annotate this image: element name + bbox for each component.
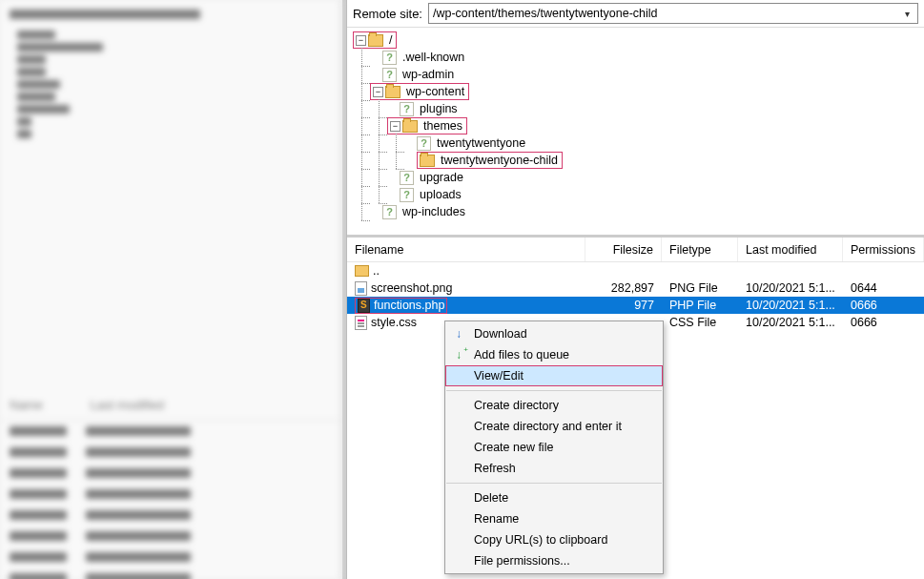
- menu-download[interactable]: Download: [445, 323, 663, 344]
- tree-toggle-wpcontent[interactable]: −: [373, 87, 383, 97]
- menu-separator: [446, 390, 662, 391]
- menu-file-permissions[interactable]: File permissions...: [445, 550, 663, 571]
- tree-item-upgrade[interactable]: ? upgrade: [353, 169, 918, 186]
- menu-create-directory[interactable]: Create directory: [445, 395, 663, 416]
- folder-unknown-icon: ?: [382, 68, 397, 82]
- tree-toggle-themes[interactable]: −: [390, 121, 400, 132]
- tree-root[interactable]: /: [387, 33, 394, 47]
- menu-delete[interactable]: Delete: [445, 487, 663, 508]
- col-lastmodified[interactable]: Last modified: [738, 238, 843, 261]
- col-permissions[interactable]: Permissions: [843, 238, 924, 261]
- remote-site-bar: Remote site: /wp-content/themes/twentytw…: [347, 0, 924, 28]
- tree-item-twentytwentyone[interactable]: ? twentytwentyone: [353, 134, 918, 152]
- tree-toggle-root[interactable]: −: [356, 35, 366, 46]
- image-file-icon: [355, 281, 367, 296]
- tree-item-uploads[interactable]: ? uploads: [353, 186, 918, 203]
- file-row-functions[interactable]: functions.php 977 PHP File 10/20/2021 5:…: [347, 297, 924, 314]
- css-file-icon: [355, 316, 367, 330]
- folder-icon: [368, 34, 383, 47]
- menu-rename[interactable]: Rename: [445, 508, 663, 529]
- col-filesize[interactable]: Filesize: [585, 238, 662, 261]
- menu-refresh[interactable]: Refresh: [445, 458, 663, 479]
- remote-site-label: Remote site:: [353, 7, 422, 21]
- col-filename[interactable]: Filename: [347, 238, 585, 261]
- menu-create-new-file[interactable]: Create new file: [445, 437, 663, 458]
- folder-icon: [402, 120, 418, 133]
- folder-unknown-icon: ?: [382, 51, 397, 65]
- menu-view-edit[interactable]: View/Edit: [445, 365, 663, 386]
- file-row-screenshot[interactable]: screenshot.png 282,897 PNG File 10/20/20…: [347, 279, 924, 297]
- folder-unknown-icon: ?: [400, 171, 414, 185]
- add-queue-icon: [451, 347, 466, 362]
- remote-path-input[interactable]: /wp-content/themes/twentytwentyone-child…: [428, 3, 918, 24]
- folder-unknown-icon: ?: [400, 188, 414, 202]
- remote-path-value: /wp-content/themes/twentytwentyone-child: [433, 7, 658, 20]
- folder-icon: [420, 155, 435, 167]
- menu-add-to-queue[interactable]: Add files to queue: [445, 344, 663, 365]
- tree-item-wpadmin[interactable]: ? wp-admin: [353, 66, 918, 83]
- menu-copy-url[interactable]: Copy URL(s) to clipboard: [445, 529, 663, 550]
- tree-item-themes[interactable]: themes: [421, 119, 464, 133]
- chevron-down-icon[interactable]: ▾: [901, 9, 914, 19]
- folder-unknown-icon: ?: [400, 102, 414, 116]
- local-panel-blurred: NameLast modified: [0, 0, 342, 579]
- tree-item-wpincludes[interactable]: ? wp-includes: [353, 203, 918, 220]
- folder-icon: [385, 86, 400, 98]
- remote-directory-tree[interactable]: − / ? .well-known ? wp-admin −: [347, 28, 924, 238]
- tree-item-wpcontent[interactable]: wp-content: [404, 85, 466, 98]
- folder-icon: [355, 265, 369, 277]
- col-filetype[interactable]: Filetype: [662, 238, 738, 261]
- folder-unknown-icon: ?: [417, 136, 431, 151]
- tree-item-plugins[interactable]: ? plugins: [353, 100, 918, 117]
- file-row-updir[interactable]: ..: [347, 262, 924, 279]
- download-icon: [451, 326, 466, 341]
- php-file-icon: [358, 299, 370, 313]
- folder-unknown-icon: ?: [382, 205, 397, 219]
- tree-item-wellknown[interactable]: ? .well-known: [353, 49, 918, 66]
- menu-create-directory-enter[interactable]: Create directory and enter it: [445, 416, 663, 437]
- file-context-menu[interactable]: Download Add files to queue View/Edit Cr…: [444, 321, 664, 574]
- menu-separator: [446, 483, 662, 484]
- tree-item-twentytwentyone-child[interactable]: twentytwentyone-child: [439, 154, 560, 167]
- file-list-header: Filename Filesize Filetype Last modified…: [347, 238, 924, 262]
